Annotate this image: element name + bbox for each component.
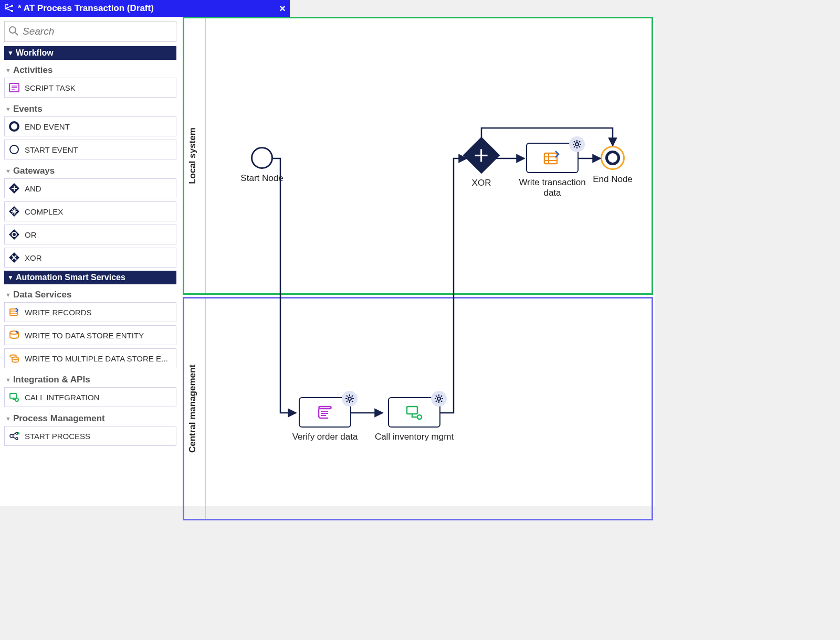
group-gateways[interactable]: ▼Gateways [4, 164, 176, 178]
node-write-transaction[interactable]: Write transaction data [510, 143, 594, 198]
integration-icon [8, 391, 20, 403]
xor-gateway-icon [463, 137, 500, 174]
svg-rect-24 [544, 153, 557, 164]
svg-line-33 [574, 146, 575, 147]
chevron-down-icon: ▼ [7, 49, 14, 57]
or-gateway-icon [8, 228, 20, 241]
start-event-icon [251, 147, 273, 169]
group-data-services[interactable]: ▼Data Services [4, 287, 176, 302]
svg-point-8 [10, 145, 18, 154]
svg-line-53 [436, 401, 437, 402]
svg-line-41 [352, 396, 353, 397]
palette-end-event[interactable]: END EVENT [4, 116, 176, 136]
search-icon [8, 26, 19, 38]
script-task-icon [8, 81, 20, 94]
svg-point-21 [16, 432, 18, 434]
integration-icon [405, 404, 424, 420]
data-store-icon [8, 329, 20, 342]
node-start[interactable]: Start Node [230, 147, 293, 184]
svg-point-19 [15, 398, 18, 401]
lane-label-bottom: Central management [187, 365, 198, 453]
palette-or[interactable]: OR [4, 225, 176, 244]
search-input[interactable] [4, 21, 176, 42]
start-process-icon [8, 430, 20, 442]
group-events[interactable]: ▼Events [4, 102, 176, 116]
svg-marker-23 [18, 432, 20, 435]
svg-line-52 [441, 396, 442, 397]
svg-marker-3 [7, 4, 8, 6]
svg-line-30 [574, 141, 575, 142]
palette-start-event[interactable]: START EVENT [4, 140, 176, 159]
svg-line-40 [352, 401, 353, 402]
palette-write-multi-dse[interactable]: WRITE TO MULTIPLE DATA STORE E... [4, 348, 176, 368]
gear-icon[interactable] [342, 391, 358, 407]
palette-script-task[interactable]: SCRIPT TASK [4, 78, 176, 98]
chevron-down-icon: ▼ [7, 274, 14, 281]
xor-gateway-icon [8, 251, 20, 264]
svg-line-39 [346, 396, 348, 397]
svg-point-34 [348, 397, 351, 400]
title-text: * AT Process Transaction (Draft) [18, 3, 154, 14]
palette-complex[interactable]: COMPLEX [4, 201, 176, 221]
gear-icon[interactable] [569, 136, 585, 152]
task-box [388, 397, 440, 428]
svg-rect-11 [9, 229, 19, 240]
gear-icon[interactable] [431, 391, 447, 407]
svg-point-44 [417, 415, 422, 419]
task-box [526, 143, 579, 173]
svg-rect-43 [407, 407, 417, 414]
svg-line-5 [15, 33, 18, 35]
and-gateway-icon [8, 182, 20, 195]
write-records-icon [8, 306, 20, 318]
svg-point-45 [437, 397, 440, 400]
title-bar: * AT Process Transaction (Draft) × [0, 0, 290, 17]
svg-line-42 [346, 401, 348, 402]
palette-sidebar: ▼Workflow ▼Activities SCRIPT TASK ▼Event… [0, 17, 181, 506]
svg-line-51 [441, 401, 442, 402]
svg-line-31 [579, 146, 580, 147]
group-process-mgmt[interactable]: ▼Process Management [4, 411, 176, 426]
group-activities[interactable]: ▼Activities [4, 63, 176, 78]
end-event-icon [601, 146, 625, 170]
palette-write-records[interactable]: WRITE RECORDS [4, 302, 176, 322]
start-event-icon [8, 143, 20, 156]
group-integration[interactable]: ▼Integration & APIs [4, 372, 176, 387]
canvas[interactable]: Local system Central management [181, 17, 655, 506]
section-automation[interactable]: ▼Automation Smart Services [4, 271, 176, 284]
palette-call-integration[interactable]: CALL INTEGRATION [4, 387, 176, 407]
lane-label-top: Local system [187, 127, 198, 184]
palette-and[interactable]: AND [4, 178, 176, 198]
svg-point-22 [16, 438, 18, 440]
svg-point-4 [9, 27, 16, 33]
palette-xor[interactable]: XOR [4, 248, 176, 268]
task-box [299, 397, 351, 428]
close-button[interactable]: × [279, 3, 286, 15]
multi-data-store-icon [8, 352, 20, 365]
node-call-inventory[interactable]: Call inventory mgmt [370, 397, 459, 442]
svg-line-50 [436, 396, 437, 397]
svg-point-17 [12, 357, 18, 360]
node-verify-order[interactable]: Verify order data [286, 397, 364, 442]
process-model-icon [4, 4, 14, 13]
svg-point-7 [10, 122, 18, 131]
write-records-icon [543, 150, 562, 166]
svg-line-32 [579, 141, 580, 142]
palette-start-process[interactable]: START PROCESS [4, 426, 176, 446]
node-xor[interactable]: XOR [463, 142, 500, 188]
complex-gateway-icon [8, 205, 20, 218]
script-task-icon [316, 404, 334, 420]
palette-write-dse[interactable]: WRITE TO DATA STORE ENTITY [4, 325, 176, 345]
svg-rect-18 [10, 393, 16, 398]
svg-point-25 [575, 143, 579, 146]
end-event-icon [8, 120, 20, 133]
search-container [4, 21, 176, 42]
node-end[interactable]: End Node [589, 146, 636, 185]
section-workflow[interactable]: ▼Workflow [4, 46, 176, 60]
